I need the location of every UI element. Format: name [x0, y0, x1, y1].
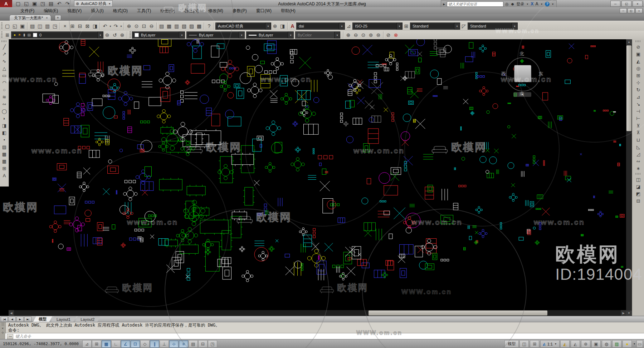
move-icon[interactable]: ⊹ [634, 79, 642, 86]
menu-item-11[interactable]: 帮助(H) [276, 7, 300, 15]
sheet-set-manager-icon[interactable]: ▧ [180, 22, 188, 30]
scroll-left-icon[interactable]: ◀ [9, 310, 14, 316]
table-style-dropdown[interactable]: Standard ▾ [410, 23, 460, 30]
publish-icon[interactable]: ▥ [44, 22, 51, 30]
chevron-down-icon[interactable]: ▾ [526, 3, 529, 6]
rectangle-icon[interactable]: ▭ [0, 72, 8, 79]
autodesk360-icon[interactable]: A [535, 1, 538, 6]
polar-toggle[interactable]: ∠ [121, 340, 130, 348]
quick-view-layouts-icon[interactable]: ◫ [519, 340, 529, 348]
fillet-icon[interactable]: ◿ [634, 150, 642, 158]
plot-tool-7-icon[interactable]: ⊗ [392, 31, 400, 39]
command-prompt-icon[interactable]: >▾ [7, 334, 13, 339]
prev-tab-button[interactable]: ◀ [9, 317, 16, 322]
line-icon[interactable]: ╱ [0, 43, 8, 50]
mtext-icon[interactable]: A [0, 172, 8, 179]
search-icon[interactable]: ◎ [505, 2, 509, 6]
break-icon[interactable]: ⊼ [634, 129, 642, 136]
block-editor-icon[interactable]: ◨ [91, 22, 99, 30]
lineweight-dropdown[interactable]: ByLayer ▾ [246, 31, 294, 39]
revision-cloud-icon[interactable]: ≋ [0, 93, 8, 100]
coordinates-readout[interactable]: 150126.0296, -74082.3977, 0.0000 [0, 342, 82, 346]
toolbar-lock-icon[interactable]: ▣ [591, 340, 601, 348]
layer-lock-icon[interactable]: ▮ [23, 33, 25, 37]
open-file-icon[interactable]: ◱ [23, 0, 30, 8]
close-button[interactable]: × [633, 1, 643, 7]
menu-item-0[interactable]: 文件(F) [16, 7, 39, 15]
menu-item-7[interactable]: 标注(N) [180, 7, 204, 15]
vertical-scroll-thumb[interactable] [626, 45, 631, 131]
menu-item-4[interactable]: 格式(O) [108, 7, 132, 15]
save-as-icon[interactable]: ◳ [39, 0, 47, 8]
layout-tab-模型[interactable]: 模型 [33, 316, 52, 322]
export-dwf-icon[interactable]: ◳ [51, 22, 59, 30]
stretch-icon[interactable]: ↘ [634, 100, 642, 108]
quick-calc-icon[interactable]: ▩ [195, 22, 203, 30]
layer-freeze-sun-icon[interactable]: ☀ [18, 33, 21, 37]
viewcube-west-label[interactable]: 西 [501, 71, 506, 77]
scroll-down-icon[interactable]: ▼ [626, 310, 632, 316]
bring-to-front-icon[interactable]: ◫ [634, 176, 642, 183]
help-icon[interactable]: ? [545, 2, 550, 6]
table-icon[interactable]: ⊞ [0, 165, 8, 172]
workspace-switch-icon[interactable]: ⊛ [581, 340, 590, 348]
last-tab-button[interactable]: ▶| [24, 317, 31, 322]
layer-states-icon[interactable]: ⊛ [118, 31, 126, 39]
scroll-up-icon[interactable]: ▲ [626, 39, 632, 45]
selection-cycling-toggle[interactable]: ◳ [208, 340, 217, 348]
polyline-icon[interactable]: ∿ [0, 58, 8, 65]
workspace-dropdown[interactable]: AutoCAD 经典 ▾ [215, 23, 271, 30]
plot-tool-1-icon[interactable]: ⊕ [345, 31, 352, 39]
layout-tab-Layout2[interactable]: Layout2 [75, 316, 100, 322]
transparency-toggle[interactable]: ▤ [189, 340, 198, 348]
pan-icon[interactable]: ⊕ [125, 22, 133, 30]
snap-toggle[interactable]: ⊞ [92, 340, 101, 348]
new-file-icon[interactable]: ▢ [4, 22, 11, 30]
workspace-lock-icon[interactable]: ◨ [279, 22, 286, 30]
vertical-scrollbar[interactable]: ▲ ▼ [626, 39, 632, 316]
toolbar-grip[interactable] [635, 40, 641, 42]
scale-icon[interactable]: ⊿ [634, 93, 642, 100]
drag-handle[interactable] [1, 323, 4, 326]
help-icon[interactable]: ? [205, 22, 213, 30]
horizontal-scroll-thumb[interactable] [369, 310, 547, 315]
menu-item-5[interactable]: 工具(T) [132, 7, 156, 15]
exchange-tray-icon[interactable]: ▨ [612, 340, 621, 348]
explode-icon[interactable]: ∗ [634, 165, 642, 172]
copy-object-icon[interactable]: ▣ [634, 50, 642, 58]
connect-icon[interactable]: ◍ [602, 340, 611, 348]
restore-button[interactable]: ◱ [621, 1, 631, 7]
layer-on-bulb-icon[interactable]: ● [14, 33, 16, 37]
plot-icon[interactable]: ▤ [47, 0, 55, 8]
undo-caret[interactable]: ▾ [109, 22, 112, 30]
plot-icon[interactable]: ▤ [29, 22, 36, 30]
text-style-dropdown[interactable]: dai ▾ [296, 23, 345, 30]
tray-bulb-icon[interactable]: ● [623, 340, 632, 348]
tool-palettes-icon[interactable]: ▥ [173, 22, 180, 30]
layout-tab-Layout1[interactable]: Layout1 [51, 316, 76, 322]
next-tab-button[interactable]: ▶ [16, 317, 24, 322]
match-properties-icon[interactable]: ⊠ [84, 22, 91, 30]
linetype-dropdown[interactable]: ByLayer ▾ [186, 31, 245, 39]
quick-properties-toggle[interactable]: ⊟ [198, 340, 208, 348]
undo-icon[interactable]: ↶ [55, 0, 63, 8]
osnap-toggle[interactable]: ⊡ [131, 340, 140, 348]
infocenter-expand-icon[interactable]: ▸ [443, 2, 445, 6]
insert-block-icon[interactable]: ◨ [0, 122, 8, 129]
first-tab-button[interactable]: |◀ [1, 317, 8, 322]
break-at-point-icon[interactable]: ⊻ [634, 122, 642, 129]
array-icon[interactable]: ⊞ [634, 72, 642, 79]
menu-item-6[interactable]: 绘图(D) [156, 7, 180, 15]
command-window[interactable]: × ⊹ Autodesk DWG。 此文件上次由 Autodesk 应用程序或 … [0, 322, 644, 339]
viewcube-north-label[interactable]: 北 [519, 51, 524, 57]
construction-line-icon[interactable]: ↗ [0, 50, 8, 58]
grid-toggle[interactable]: ▦ [102, 340, 111, 348]
toolbar-grip[interactable] [130, 31, 131, 39]
mirror-icon[interactable]: ◭ [634, 58, 642, 65]
menu-item-1[interactable]: 编辑(E) [39, 7, 63, 15]
minimize-button[interactable]: ─ [620, 8, 627, 13]
bring-above-icon[interactable]: ◩ [634, 190, 642, 197]
chevron-down-icon[interactable]: ▾ [551, 3, 554, 6]
make-block-icon[interactable]: ◧ [0, 129, 8, 136]
drawing-tab[interactable]: 天下第一大图库* × [9, 15, 51, 21]
